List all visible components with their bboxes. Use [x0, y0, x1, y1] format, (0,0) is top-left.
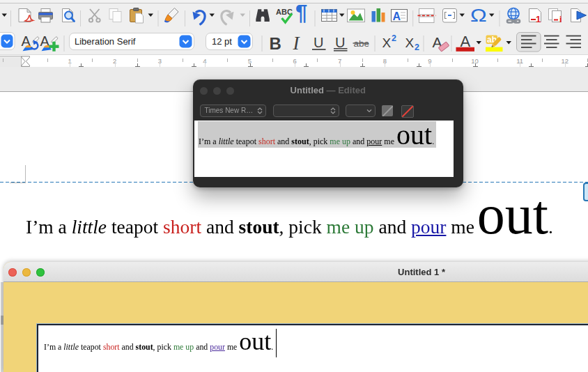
svg-text:U: U: [335, 35, 345, 50]
svg-text:i: i: [559, 15, 562, 24]
svg-text:Ω: Ω: [470, 6, 487, 26]
svg-text:2: 2: [392, 33, 396, 43]
svg-text:¶: ¶: [295, 3, 307, 25]
svg-text:2: 2: [415, 42, 419, 52]
svg-text:U: U: [314, 35, 323, 50]
svg-text:X: X: [405, 36, 415, 50]
svg-text:A: A: [393, 10, 401, 22]
svg-text:X: X: [382, 36, 392, 50]
svg-text:Liberation Serif: Liberation Serif: [75, 36, 136, 47]
svg-text:12 pt: 12 pt: [212, 36, 232, 47]
svg-text:B: B: [270, 34, 281, 53]
svg-text:I: I: [293, 33, 301, 54]
svg-text:1: 1: [536, 14, 541, 24]
